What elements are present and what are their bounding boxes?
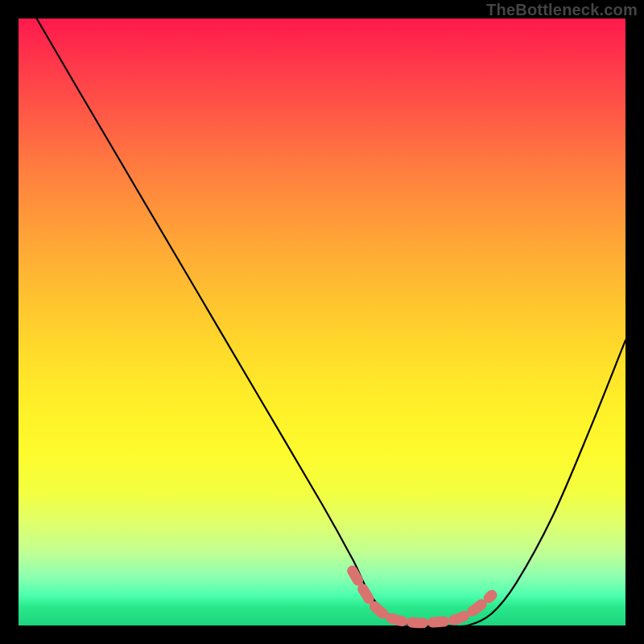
chart-frame: TheBottleneck.com bbox=[0, 0, 644, 644]
chart-svg bbox=[19, 19, 625, 625]
watermark-text: TheBottleneck.com bbox=[486, 2, 638, 18]
valley-highlight-path bbox=[353, 571, 492, 623]
bottleneck-curve-path bbox=[37, 19, 625, 626]
